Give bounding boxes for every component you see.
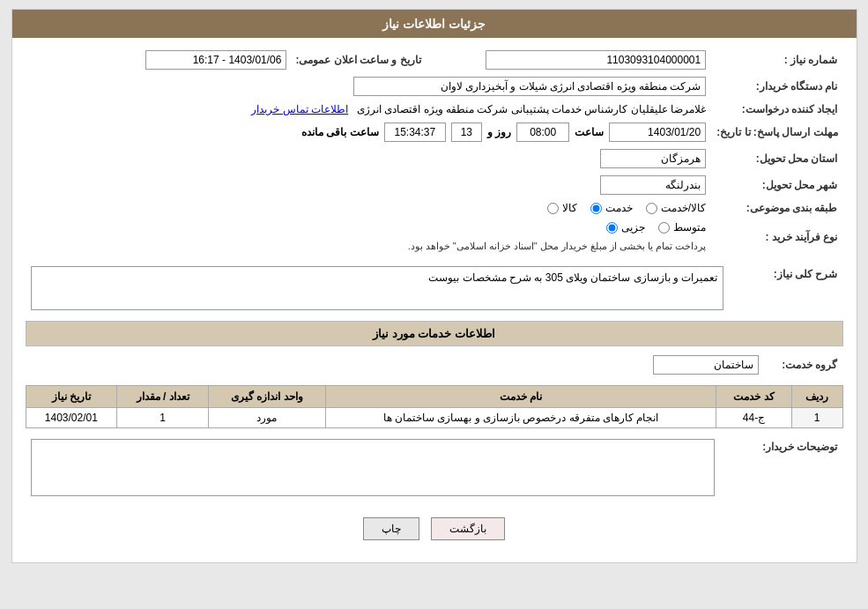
- services-section-header: اطلاعات خدمات مورد نیاز: [26, 321, 843, 346]
- print-button[interactable]: چاپ: [363, 517, 419, 540]
- service-group-value: ساختمان: [653, 355, 759, 375]
- category-label: طبقه بندی موضوعی:: [711, 198, 842, 218]
- purchase-note: پرداخت تمام یا بخشی از مبلغ خریدار محل "…: [31, 241, 707, 252]
- back-button[interactable]: بازگشت: [431, 517, 505, 540]
- deadline-remaining-label: ساعت باقی مانده: [301, 126, 379, 138]
- delivery-city-value: بندرلنگه: [600, 175, 706, 195]
- info-table: شماره نیاز : 1103093104000001 تاریخ و سا…: [26, 47, 843, 256]
- description-table: شرح کلی نیاز: تعمیرات و بازسازی ساختمان …: [26, 263, 843, 314]
- service-group-table: گروه خدمت: ساختمان: [26, 352, 843, 378]
- col-header-date: تاریخ نیاز: [26, 386, 117, 408]
- need-number-label: شماره نیاز :: [711, 47, 842, 73]
- category-option-kala-khadamat[interactable]: کالا/خدمت: [646, 202, 706, 214]
- cell-date: 1403/02/01: [26, 408, 117, 428]
- deadline-day-label: روز و: [487, 126, 511, 138]
- col-header-code: کد خدمت: [716, 386, 791, 408]
- cell-qty: 1: [117, 408, 209, 428]
- buttons-row: بازگشت چاپ: [26, 507, 843, 553]
- purchase-option-jozi-label: جزیی: [621, 221, 645, 234]
- col-header-qty: تعداد / مقدار: [117, 386, 209, 408]
- buyer-org-value: شرکت منطقه ویژه اقتصادی انرژی شیلات و آب…: [353, 77, 706, 96]
- description-label: شرح کلی نیاز:: [729, 263, 843, 314]
- service-table: ردیف کد خدمت نام خدمت واحد اندازه گیری ت…: [26, 385, 843, 428]
- buyer-desc-box: [31, 439, 715, 496]
- category-option-khadamat[interactable]: خدمت: [590, 202, 633, 214]
- deadline-label: مهلت ارسال پاسخ: تا تاریخ:: [711, 119, 842, 145]
- description-value: تعمیرات و بازسازی ساختمان ویلای 305 به ش…: [428, 271, 717, 284]
- page-title: جزئیات اطلاعات نیاز: [12, 10, 857, 38]
- deadline-remaining: 15:34:37: [384, 123, 446, 142]
- deadline-date: 1403/01/20: [609, 123, 706, 142]
- delivery-city-label: شهر محل تحویل:: [711, 172, 842, 198]
- page-container: جزئیات اطلاعات نیاز شماره نیاز : 1103093…: [11, 9, 857, 563]
- table-row: 1 ج-44 انجام کارهای متفرقه درخصوص بازساز…: [26, 408, 842, 428]
- contact-link[interactable]: اطلاعات تماس خریدار: [251, 103, 348, 115]
- creator-label: ایجاد کننده درخواست:: [711, 100, 842, 119]
- purchase-option-motavasset[interactable]: متوسط: [658, 221, 706, 234]
- delivery-province-value: هرمزگان: [600, 149, 706, 168]
- deadline-time: 08:00: [516, 123, 569, 142]
- deadline-days: 13: [451, 123, 482, 142]
- category-option-khadamat-label: خدمت: [605, 202, 633, 214]
- category-option-kala-khadamat-label: کالا/خدمت: [661, 202, 706, 214]
- announcement-value: 1403/01/06 - 16:17: [145, 50, 286, 70]
- creator-value: غلامرضا علیقلیان کارشناس خدمات پشتیبانی …: [357, 103, 706, 115]
- description-box: تعمیرات و بازسازی ساختمان ویلای 305 به ش…: [31, 266, 723, 310]
- cell-unit: مورد: [208, 408, 325, 428]
- purchase-option-jozi[interactable]: جزیی: [606, 221, 645, 234]
- deadline-time-label: ساعت: [575, 126, 604, 138]
- category-option-kala[interactable]: کالا: [547, 202, 577, 214]
- buyer-desc-table: توضیحات خریدار:: [26, 435, 843, 500]
- col-header-name: نام خدمت: [325, 386, 716, 408]
- buyer-desc-label: توضیحات خریدار:: [729, 435, 843, 500]
- purchase-option-motavasset-label: متوسط: [673, 221, 706, 234]
- category-option-kala-label: کالا: [562, 202, 577, 214]
- col-header-unit: واحد اندازه گیری: [208, 386, 325, 408]
- announcement-label: تاریخ و ساعت اعلان عمومی:: [295, 54, 420, 66]
- cell-row: 1: [791, 408, 842, 428]
- buyer-org-label: نام دستگاه خریدار:: [711, 73, 842, 100]
- col-header-row: ردیف: [791, 386, 842, 408]
- purchase-type-label: نوع فرآیند خرید :: [711, 218, 842, 256]
- service-group-label: گروه خدمت:: [764, 352, 843, 378]
- cell-code: ج-44: [716, 408, 791, 428]
- delivery-province-label: استان محل تحویل:: [711, 145, 842, 172]
- cell-name: انجام کارهای متفرقه درخصوص بازسازی و بهس…: [325, 408, 716, 428]
- need-number-value: 1103093104000001: [486, 50, 706, 70]
